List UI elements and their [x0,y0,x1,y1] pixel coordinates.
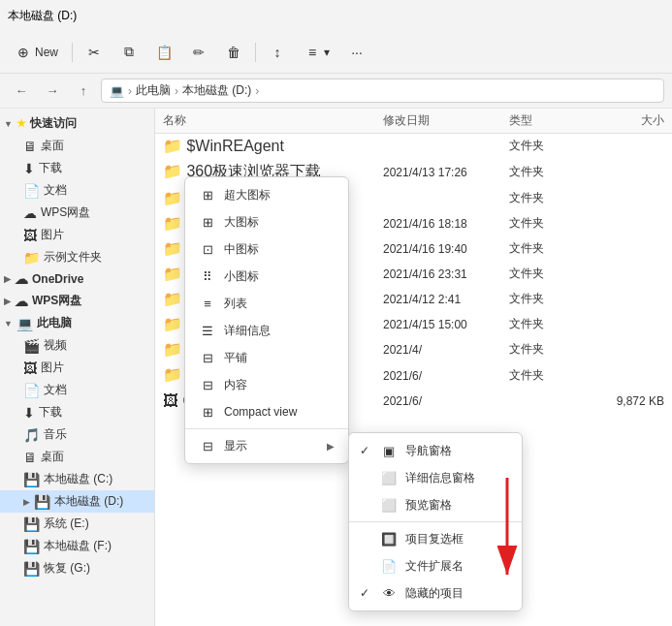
sidebar-drive-f[interactable]: 💾 本地磁盘 (F:) [0,535,154,557]
drive-d-icon: 💾 [34,494,50,510]
copy-button[interactable]: ⧉ [113,41,144,64]
back-button[interactable]: ← [8,78,35,105]
sort-button[interactable]: ↕ [262,41,293,64]
show-submenu: ✓ ▣ 导航窗格 ⬜ 详细信息窗格 ⬜ 预览窗格 [348,432,523,611]
sidebar-drive-c-label: 本地磁盘 (C:) [44,471,112,487]
quick-access-group[interactable]: ▼ ★ 快速访问 [0,112,154,135]
menu-item-small-label: 小图标 [224,268,259,285]
main-layout: ▼ ★ 快速访问 🖥 桌面 ⬇ 下载 📄 文档 ☁ WPS网盘 🖼 图片 📁 示… [0,109,672,626]
file-date-lenovo-qm: 2021/4/16 18:18 [383,217,509,231]
cut-button[interactable]: ✂ [79,41,110,64]
preview-pane-icon: ⬜ [380,496,398,514]
file-type-programdata: 文件夹 [509,316,587,332]
rename-button[interactable]: ✏ [183,41,214,64]
sidebar-item-documents[interactable]: 📄 文档 [0,179,154,202]
sidebar-documents-label: 文档 [44,182,67,199]
submenu-item-hidden[interactable]: ✓ 👁 隐藏的项目 [349,579,522,607]
toolbar-separator [72,43,73,62]
sidebar-drive-e[interactable]: 💾 系统 (E:) [0,513,154,535]
sidebar-item-pc-docs[interactable]: 📄 文档 [0,379,154,401]
file-type-360: 文件夹 [509,164,587,180]
sidebar-item-desktop[interactable]: 🖥 桌面 [0,135,154,157]
menu-item-small[interactable]: ⠿ 小图标 [185,263,348,290]
sidebar-item-examples[interactable]: 📁 示例文件夹 [0,246,154,268]
file-size-oriimage: 9,872 KB [587,394,664,408]
menu-item-content[interactable]: ⊟ 内容 [185,371,348,398]
sidebar-drive-c[interactable]: 💾 本地磁盘 (C:) [0,468,154,490]
more-button[interactable]: ··· [341,41,372,64]
file-type-windows: 文件夹 [509,341,587,358]
sidebar-pc-pictures-label: 图片 [41,360,64,376]
menu-item-compact[interactable]: ⊞ Compact view [185,398,348,425]
menu-separator [185,428,348,429]
file-date-pf: 2021/4/16 23:31 [383,267,509,281]
this-pc-group[interactable]: ▼ 💻 此电脑 [0,312,154,334]
header-type: 类型 [509,112,587,129]
new-button[interactable]: ⊕ New [8,41,66,64]
forward-button[interactable]: → [39,78,66,105]
file-date-users: 2021/6/ [383,369,509,383]
sidebar-examples-label: 示例文件夹 [44,249,102,266]
sidebar-item-pc-downloads[interactable]: ⬇ 下载 [0,401,154,423]
sidebar-drive-g[interactable]: 💾 恢复 (G:) [0,557,154,579]
sidebar-item-pictures[interactable]: 🖼 图片 [0,224,154,246]
paste-icon: 📋 [156,45,172,60]
submenu-item-extensions[interactable]: 📄 文件扩展名 [349,552,522,579]
wps-cloud-chevron: ▶ [4,297,11,306]
sidebar-drive-g-label: 恢复 (G:) [44,560,90,577]
paste-button[interactable]: 📋 [148,41,179,64]
pc-pictures-icon: 🖼 [23,360,37,376]
submenu-item-nav-pane[interactable]: ✓ ▣ 导航窗格 [349,437,522,464]
toolbar-separator-2 [255,43,256,62]
submenu-extensions-label: 文件扩展名 [405,558,464,575]
sidebar-item-pc-desktop[interactable]: 🖥 桌面 [0,446,154,468]
table-row[interactable]: 📁 $WinREAgent 文件夹 [155,134,672,159]
onedrive-group[interactable]: ▶ ☁ OneDrive [0,268,154,290]
header-size: 大小 [587,112,664,129]
sidebar-music-label: 音乐 [44,426,67,443]
menu-item-show[interactable]: ⊟ 显示 ▶ ✓ ▣ 导航窗格 ⬜ 详细信息窗格 [185,432,348,459]
nav-pane-check-icon: ✓ [357,444,372,457]
layout-icon: ≡ [304,45,320,60]
pc-docs-icon: 📄 [23,383,40,398]
this-pc-label: 此电脑 [37,315,72,331]
copy-icon: ⧉ [121,45,137,60]
submenu-item-details-pane[interactable]: ⬜ 详细信息窗格 [349,464,522,491]
file-list-header: 名称 修改日期 类型 大小 [155,109,672,134]
sidebar-drive-d[interactable]: ▶ 💾 本地磁盘 (D:) [0,490,154,513]
sidebar-drive-d-label: 本地磁盘 (D:) [54,493,123,510]
menu-item-medium[interactable]: ⊡ 中图标 [185,235,348,263]
submenu-item-preview-pane[interactable]: ⬜ 预览窗格 [349,491,522,518]
submenu-checkboxes-label: 项目复选框 [405,531,464,548]
details-icon: ☰ [199,322,216,339]
menu-item-extra-large[interactable]: ⊞ 超大图标 [185,181,348,208]
menu-item-list[interactable]: ≡ 列表 [185,290,348,317]
sidebar-item-video[interactable]: 🎬 视频 [0,334,154,357]
file-type-pf: 文件夹 [509,266,587,282]
sidebar-item-music[interactable]: 🎵 音乐 [0,423,154,446]
small-icon: ⠿ [199,267,216,285]
menu-item-details[interactable]: ☰ 详细信息 [185,317,348,344]
sidebar-desktop-label: 桌面 [41,138,64,154]
layout-button[interactable]: ≡ ▾ [297,41,337,64]
wps-cloud-group[interactable]: ▶ ☁ WPS网盘 [0,290,154,312]
sidebar-item-downloads[interactable]: ⬇ 下载 [0,157,154,179]
sidebar-item-pc-pictures[interactable]: 🖼 图片 [0,357,154,379]
sort-icon: ↕ [270,45,285,60]
drive-f-icon: 💾 [23,539,40,554]
quick-access-star-icon: ★ [16,117,26,130]
file-icon-winre: 📁 $WinREAgent [163,137,377,155]
menu-item-tiles[interactable]: ⊟ 平铺 [185,344,348,371]
menu-item-large[interactable]: ⊞ 大图标 [185,208,348,235]
file-type-lenovo-qm: 文件夹 [509,215,587,232]
show-icon: ⊟ [199,437,216,454]
submenu-item-checkboxes[interactable]: 🔲 项目复选框 [349,525,522,552]
sidebar-pc-downloads-label: 下载 [39,404,62,421]
path-sep-3: › [255,84,259,98]
drive-d-chevron: ▶ [23,497,30,507]
compact-icon: ⊞ [199,403,216,421]
delete-button[interactable]: 🗑 [218,41,249,64]
up-button[interactable]: ↑ [70,78,97,105]
address-path[interactable]: 💻 › 此电脑 › 本地磁盘 (D:) › [101,78,664,103]
sidebar-item-wps[interactable]: ☁ WPS网盘 [0,202,154,224]
